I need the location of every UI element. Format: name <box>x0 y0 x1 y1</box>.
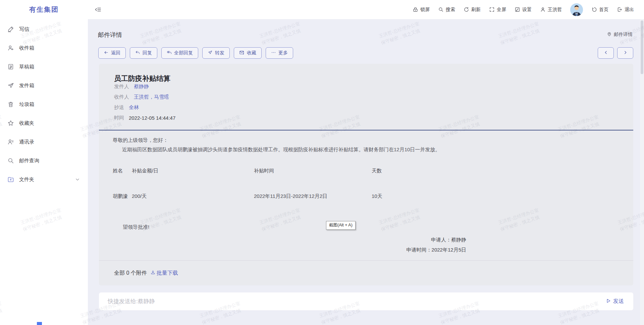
person-icon <box>540 7 546 12</box>
lock-screen-label: 锁屏 <box>420 7 430 13</box>
menu-collapse-button[interactable] <box>94 6 102 14</box>
back-button[interactable]: 返回 <box>98 47 126 59</box>
sidebar-item-trash[interactable]: 垃圾箱 <box>0 97 88 112</box>
chevron-right-icon <box>623 50 628 56</box>
sidebar-item-label: 邮件查询 <box>19 158 39 164</box>
mail-greeting: 尊敬的上级领导，您好： <box>113 137 168 144</box>
scrollbar-thumb[interactable] <box>641 20 643 74</box>
mail-detail-card: 员工防疫补贴结算 发件人 蔡静静 收件人 王洪哲，马雪瑶 抄送 全林 时间 20… <box>99 64 633 285</box>
sidebar-item-contacts[interactable]: 通讯录 <box>0 134 88 150</box>
home-label: 首页 <box>599 7 608 13</box>
attachments-footer: 全部 0 个附件 批量下载 <box>99 260 633 285</box>
logout-icon <box>617 7 623 12</box>
breadcrumb-label: 邮件详情 <box>614 32 633 38</box>
table-header-period: 补贴时间 <box>254 168 274 174</box>
header-actions: 锁屏 搜索 刷新 <box>413 0 634 19</box>
prev-mail-button[interactable] <box>598 47 614 59</box>
mail-star-icon <box>239 50 245 56</box>
sidebar-item-label: 写信 <box>19 26 29 33</box>
sidebar-item-compose[interactable]: 写信 <box>0 21 88 37</box>
sidebar-item-favorites[interactable]: 收藏夹 <box>0 115 88 131</box>
arrow-left-icon <box>104 50 109 56</box>
lock-icon <box>413 7 418 12</box>
search-icon <box>7 157 14 164</box>
location-pin-icon <box>607 32 612 38</box>
refresh-button[interactable]: 刷新 <box>464 7 481 13</box>
table-cell-days: 10天 <box>372 193 382 200</box>
more-button[interactable]: 更多 <box>266 47 293 59</box>
file-edit-icon <box>7 63 14 70</box>
fullscreen-label: 全屏 <box>497 7 506 13</box>
settings-label: 设置 <box>522 7 532 13</box>
mail-paragraph: 近期福田区数据团队成员胡鹏濠被抽调沙头街道参加疫情数据处理工作。现根据防疫补贴标… <box>122 147 440 153</box>
forward-button[interactable]: 转发 <box>202 47 230 59</box>
to-value[interactable]: 王洪哲，马雪瑶 <box>134 94 169 100</box>
fullscreen-icon <box>489 7 495 12</box>
reply-button[interactable]: 回复 <box>130 47 157 59</box>
current-user[interactable]: 王洪哲 <box>540 7 562 13</box>
mail-cc-row: 抄送 全林 <box>114 103 139 111</box>
folder-plus-icon <box>7 176 14 183</box>
apply-time-line: 申请时间：2022年12月5日 <box>315 245 466 255</box>
reply-all-button[interactable]: 全部回复 <box>161 47 198 59</box>
batch-download-link[interactable]: 批量下载 <box>150 270 178 277</box>
lock-screen-button[interactable]: 锁屏 <box>413 7 430 13</box>
table-header-amount: 补贴金额/日 <box>132 168 158 174</box>
page-title: 邮件详情 <box>98 31 122 39</box>
settings-button[interactable]: 设置 <box>515 7 532 13</box>
cc-label: 抄送 <box>114 104 124 111</box>
top-header: 有生集团 锁屏 <box>0 0 644 19</box>
batch-download-label: 批量下载 <box>157 270 178 277</box>
time-value: 2022-12-05 14:44:47 <box>129 115 175 121</box>
ellipsis-icon <box>271 50 276 56</box>
search-icon <box>438 7 444 12</box>
refresh-label: 刷新 <box>471 7 481 13</box>
sidebar-item-label: 发件箱 <box>19 83 34 89</box>
mail-header-divider <box>99 130 633 130</box>
forward-icon <box>208 50 213 56</box>
user-avatar[interactable] <box>570 3 583 16</box>
screenshot-tooltip: 截图(Alt + A) <box>326 221 356 230</box>
to-label: 收件人 <box>114 94 129 100</box>
sidebar-item-mail-search[interactable]: 邮件查询 <box>0 153 88 168</box>
reply-label: 回复 <box>143 50 152 56</box>
pencil-icon <box>7 26 14 33</box>
back-label: 返回 <box>111 50 120 56</box>
sidebar-item-inbox[interactable]: 收件箱 <box>0 40 88 56</box>
user-arrow-icon <box>7 45 14 51</box>
email-client-window: 有生集团 锁屏 <box>0 0 644 325</box>
quick-send-input[interactable] <box>99 292 633 310</box>
from-value[interactable]: 蔡静静 <box>134 84 149 90</box>
send-icon <box>606 298 611 305</box>
reply-all-label: 全部回复 <box>174 50 193 56</box>
search-label: 搜索 <box>446 7 455 13</box>
bottom-edge-widget <box>37 322 42 325</box>
edit-square-icon <box>515 7 520 12</box>
back-home-icon <box>591 7 597 12</box>
mail-time-row: 时间 2022-12-05 14:44:47 <box>114 114 175 122</box>
cc-value[interactable]: 全林 <box>129 104 139 111</box>
logout-button[interactable]: 退出 <box>617 7 634 13</box>
sidebar: 写信 收件箱 草稿箱 发件箱 <box>0 19 88 325</box>
more-label: 更多 <box>278 50 288 56</box>
refresh-icon <box>464 7 469 12</box>
fullscreen-button[interactable]: 全屏 <box>489 7 506 13</box>
favorite-button[interactable]: 收藏 <box>234 47 262 59</box>
send-label: 发送 <box>613 298 624 305</box>
next-mail-button[interactable] <box>617 47 633 59</box>
sidebar-item-folders[interactable]: 文件夹 <box>0 172 88 187</box>
table-header-days: 天数 <box>372 168 382 174</box>
mail-closing: 望领导批准! <box>123 224 149 230</box>
applicant-block: 申请人：蔡静静 申请时间：2022年12月5日 <box>315 235 466 255</box>
search-button[interactable]: 搜索 <box>438 7 455 13</box>
applicant-line: 申请人：蔡静静 <box>315 235 466 245</box>
send-button[interactable]: 发送 <box>606 292 624 310</box>
sidebar-item-drafts[interactable]: 草稿箱 <box>0 59 88 74</box>
reply-icon <box>135 50 140 56</box>
quick-send-bar: 发送 <box>99 292 633 310</box>
trash-icon <box>7 101 14 108</box>
home-button[interactable]: 首页 <box>591 7 608 13</box>
from-label: 发件人 <box>114 84 129 90</box>
sidebar-item-sent[interactable]: 发件箱 <box>0 78 88 93</box>
table-header-name: 姓名 <box>113 168 123 174</box>
